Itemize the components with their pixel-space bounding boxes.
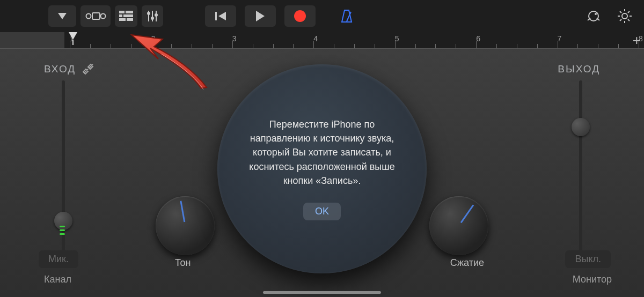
svg-point-10: [147, 12, 150, 15]
svg-line-26: [620, 11, 621, 13]
ruler-bar-number: 6: [476, 34, 480, 43]
tracks-icon: [119, 11, 133, 21]
svg-line-28: [628, 11, 630, 13]
go-to-start-button[interactable]: [205, 5, 236, 27]
compression-label: Сжатие: [450, 257, 484, 269]
svg-rect-6: [123, 14, 133, 17]
svg-point-2: [101, 14, 106, 19]
timeline-ruler[interactable]: 12345678: [64, 32, 644, 48]
ruler-bar-number: 2: [151, 34, 155, 43]
svg-point-18: [595, 13, 597, 15]
home-indicator: [263, 291, 381, 294]
ruler-bar-number: 4: [313, 34, 318, 43]
svg-line-29: [620, 19, 621, 21]
recording-hint-modal: Переместите iPhone по направлению к исто…: [217, 64, 427, 273]
input-section-label: ВХОД: [44, 63, 76, 75]
record-icon: [294, 10, 306, 22]
channel-label: Канал: [44, 274, 71, 285]
gear-icon: [617, 9, 632, 24]
svg-point-0: [86, 14, 91, 19]
svg-point-12: [151, 17, 154, 20]
mixer-button[interactable]: [142, 5, 163, 27]
knob-pointer: [460, 205, 474, 223]
hint-ok-button[interactable]: OK: [303, 203, 341, 220]
svg-point-14: [155, 13, 158, 17]
dial-icon: [586, 9, 601, 24]
svg-point-21: [622, 13, 627, 19]
play-icon: [255, 10, 266, 22]
browser-icon: [85, 10, 106, 22]
monitor-label: Монитор: [573, 274, 612, 285]
input-level-slider[interactable]: [62, 80, 65, 252]
track-browser-button[interactable]: [80, 5, 111, 27]
triangle-down-icon: [57, 12, 67, 20]
svg-rect-3: [119, 11, 125, 13]
svg-point-17: [589, 11, 598, 21]
master-fx-button[interactable]: [583, 5, 604, 27]
transport-controls: [205, 5, 320, 27]
add-section-button[interactable]: +: [633, 33, 641, 47]
svg-rect-4: [126, 11, 133, 13]
top-toolbar: [0, 0, 644, 32]
tone-knob[interactable]: [156, 196, 215, 255]
svg-rect-8: [127, 18, 133, 21]
ruler-bar-number: 5: [395, 34, 399, 43]
svg-rect-1: [92, 13, 100, 19]
ruler-bar-number: 3: [232, 34, 237, 43]
compression-knob[interactable]: [429, 196, 488, 255]
input-level-meter: [60, 226, 67, 235]
playhead[interactable]: [69, 32, 77, 40]
input-plug-icon[interactable]: [83, 62, 96, 77]
monitor-toggle-button[interactable]: Выкл.: [565, 250, 611, 268]
skip-back-icon: [214, 11, 227, 21]
knob-pointer: [180, 201, 185, 222]
tracks-view-button[interactable]: [115, 5, 137, 27]
metronome-button[interactable]: [336, 5, 357, 27]
hint-text: Переместите iPhone по направлению к исто…: [238, 117, 406, 187]
channel-select-button[interactable]: Мик.: [39, 250, 78, 268]
svg-rect-5: [119, 14, 122, 17]
settings-button[interactable]: [614, 5, 635, 27]
svg-rect-15: [215, 12, 217, 20]
ruler-bar-number: 7: [558, 34, 562, 43]
sliders-icon: [147, 10, 158, 23]
slider-thumb[interactable]: [572, 118, 590, 136]
metronome-icon: [339, 9, 354, 24]
tone-label: Тон: [175, 257, 191, 269]
svg-rect-7: [119, 18, 126, 21]
svg-line-27: [628, 19, 630, 21]
record-button[interactable]: [284, 5, 316, 27]
output-section-label: ВЫХОД: [558, 63, 600, 75]
play-button[interactable]: [245, 5, 276, 27]
output-level-slider[interactable]: [579, 80, 582, 252]
projects-menu-button[interactable]: [48, 5, 76, 27]
